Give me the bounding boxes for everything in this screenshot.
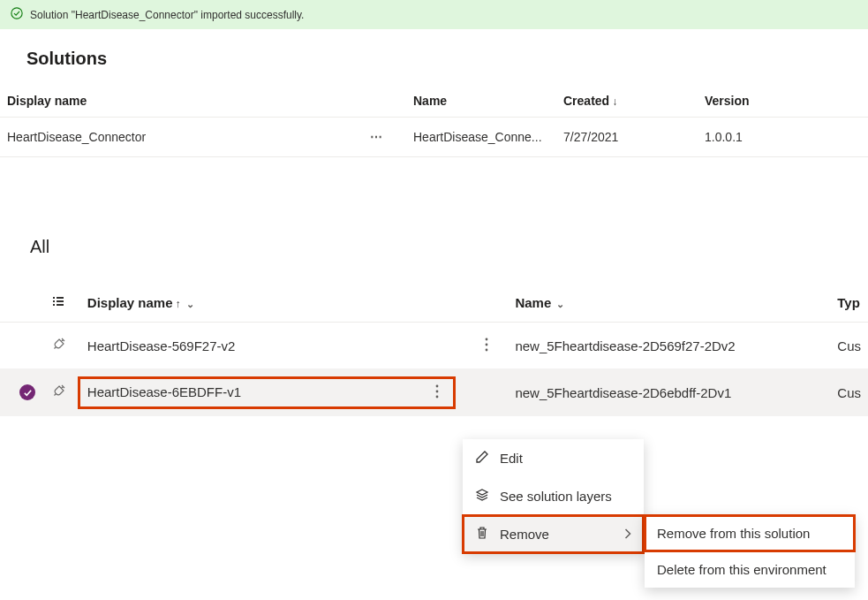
col-header-created[interactable]: Created↓ — [556, 85, 698, 118]
col-header-display-name[interactable]: Display name — [0, 85, 406, 118]
svg-point-2 — [486, 343, 488, 346]
component-name: new_5Fheartdisease-2D569f27-2Dv2 — [508, 323, 830, 369]
solution-name: HeartDisease_Conne... — [406, 118, 556, 157]
component-name: new_5Fheartdisease-2D6ebdff-2Dv1 — [508, 369, 830, 416]
sort-desc-icon: ↓ — [612, 95, 617, 108]
solution-version: 1.0.0.1 — [698, 118, 848, 157]
component-type: Cus — [830, 369, 868, 416]
col-header-version[interactable]: Version — [698, 85, 848, 118]
col-header-extra — [848, 85, 868, 118]
solution-created: 7/27/2021 — [556, 118, 698, 157]
component-row[interactable]: HeartDisease-569F27-v2 new_5Fheartdiseas… — [0, 323, 868, 369]
list-icon — [51, 294, 65, 308]
page-title-solutions: Solutions — [26, 49, 868, 69]
col-header-display-name-2[interactable]: Display name↑⌄ — [79, 284, 465, 323]
col-header-name-2[interactable]: Name⌄ — [508, 284, 830, 323]
col-header-type-icon[interactable] — [44, 284, 79, 323]
row-more-button[interactable] — [428, 384, 446, 401]
svg-point-3 — [486, 348, 488, 351]
success-icon — [11, 7, 23, 22]
chevron-down-icon: ⌄ — [556, 299, 564, 309]
row-more-button[interactable] — [478, 338, 495, 354]
solution-display-name: HeartDisease_Connector — [7, 130, 146, 144]
highlighted-row-box: HeartDisease-6EBDFF-v1 — [79, 377, 455, 408]
all-components-table: Display name↑⌄ Name⌄ Typ HeartDisease-56… — [0, 284, 868, 416]
selected-checkmark-icon[interactable] — [19, 384, 35, 400]
col-header-name[interactable]: Name — [406, 85, 556, 118]
chevron-down-icon: ⌄ — [186, 299, 194, 309]
connector-icon — [44, 369, 79, 416]
notification-text: Solution "HeartDisease_Connector" import… — [30, 9, 304, 21]
svg-point-0 — [11, 8, 22, 19]
component-display-name: HeartDisease-6EBDFF-v1 — [87, 384, 241, 399]
component-display-name: HeartDisease-569F27-v2 — [79, 323, 465, 369]
more-actions-button[interactable]: ⋯ — [370, 130, 399, 144]
svg-point-4 — [435, 384, 438, 387]
success-notification: Solution "HeartDisease_Connector" import… — [0, 0, 868, 29]
connector-icon — [44, 323, 79, 369]
component-type: Cus — [830, 323, 868, 369]
solutions-table: Display name Name Created↓ Version Heart… — [0, 85, 868, 157]
col-header-select[interactable] — [0, 284, 44, 323]
svg-point-1 — [486, 338, 488, 340]
section-title-all: All — [30, 237, 868, 257]
col-header-type[interactable]: Typ — [830, 284, 868, 323]
svg-point-5 — [435, 390, 438, 392]
component-row-selected[interactable]: HeartDisease-6EBDFF-v1 new_5Fheartdiseas… — [0, 369, 868, 416]
svg-point-6 — [435, 395, 438, 398]
solution-row[interactable]: HeartDisease_Connector ⋯ HeartDisease_Co… — [0, 118, 868, 157]
sort-asc-icon: ↑ — [176, 298, 181, 310]
